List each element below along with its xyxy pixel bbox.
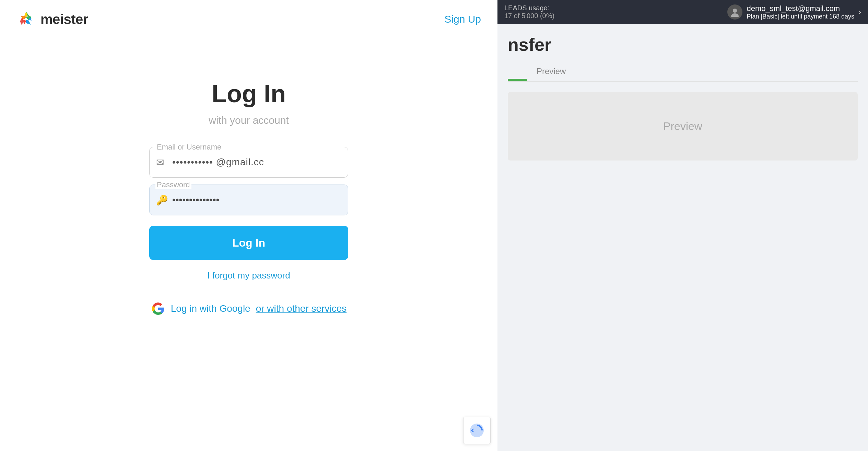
- leads-total: of 5'000 (0%): [514, 12, 554, 20]
- svg-point-2: [733, 9, 737, 13]
- login-form-container: Log In with your account Email or Userna…: [0, 38, 497, 451]
- user-email: demo_sml_test@gmail.com: [747, 4, 854, 13]
- other-services-link[interactable]: or with other services: [256, 303, 347, 314]
- email-label: Email or Username: [155, 143, 223, 152]
- google-login-text[interactable]: Log in with Google: [171, 303, 250, 314]
- user-details: demo_sml_test@gmail.com Plan |Basic| lef…: [747, 4, 854, 20]
- login-header: meister Sign Up: [0, 0, 497, 38]
- days-text: 168 days: [829, 13, 854, 20]
- preview-text: Preview: [663, 120, 702, 133]
- password-input-group: Password 🔑: [149, 185, 348, 215]
- leads-usage-section: LEADS usage: 17 of 5'000 (0%): [504, 4, 554, 20]
- avatar-icon: [730, 7, 740, 17]
- logo-container: meister: [16, 10, 88, 29]
- user-plan: Plan |Basic| left until payment 168 days: [747, 13, 854, 20]
- password-label: Password: [155, 180, 191, 189]
- signup-link[interactable]: Sign Up: [444, 13, 481, 25]
- google-icon: [151, 301, 165, 316]
- login-form: Email or Username ✉ Password 🔑 Log In I …: [149, 147, 348, 281]
- email-icon: ✉: [156, 157, 164, 168]
- email-input-group: Email or Username ✉: [149, 147, 348, 178]
- user-info-section: demo_sml_test@gmail.com Plan |Basic| lef…: [727, 4, 861, 20]
- topbar-chevron-icon[interactable]: ›: [858, 7, 861, 17]
- login-title: Log In: [212, 80, 286, 108]
- payment-text: left until payment: [781, 13, 828, 20]
- leads-number: 17: [504, 12, 512, 20]
- forgot-password-link[interactable]: I forgot my password: [149, 270, 348, 281]
- leads-label: LEADS usage:: [504, 4, 554, 12]
- plan-text: Plan |Basic|: [747, 13, 779, 20]
- app-main: Preview: [508, 82, 858, 451]
- logo-text: meister: [40, 12, 88, 27]
- login-button[interactable]: Log In: [149, 226, 348, 260]
- app-topbar: LEADS usage: 17 of 5'000 (0%) demo_sml_t…: [497, 0, 868, 24]
- login-panel: meister Sign Up Log In with your account…: [0, 0, 497, 451]
- recaptcha-icon: [468, 422, 485, 439]
- page-title: nsfer: [508, 34, 551, 55]
- app-content: nsfer Preview Preview: [497, 24, 868, 451]
- tabs-row: Preview: [508, 62, 858, 82]
- leads-value: 17 of 5'000 (0%): [504, 12, 554, 20]
- tab-preview[interactable]: Preview: [527, 62, 575, 81]
- tab-active[interactable]: [508, 62, 527, 81]
- svg-point-3: [731, 13, 739, 17]
- login-subtitle: with your account: [209, 115, 289, 126]
- meister-logo-icon: [16, 10, 36, 29]
- app-panel: LEADS usage: 17 of 5'000 (0%) demo_sml_t…: [497, 0, 868, 451]
- recaptcha-badge: [463, 417, 491, 444]
- user-avatar: [727, 4, 742, 20]
- google-login-section: Log in with Google or with other service…: [151, 301, 347, 316]
- page-title-row: nsfer: [508, 34, 858, 55]
- preview-box: Preview: [508, 92, 858, 161]
- password-icon: 🔑: [156, 194, 168, 206]
